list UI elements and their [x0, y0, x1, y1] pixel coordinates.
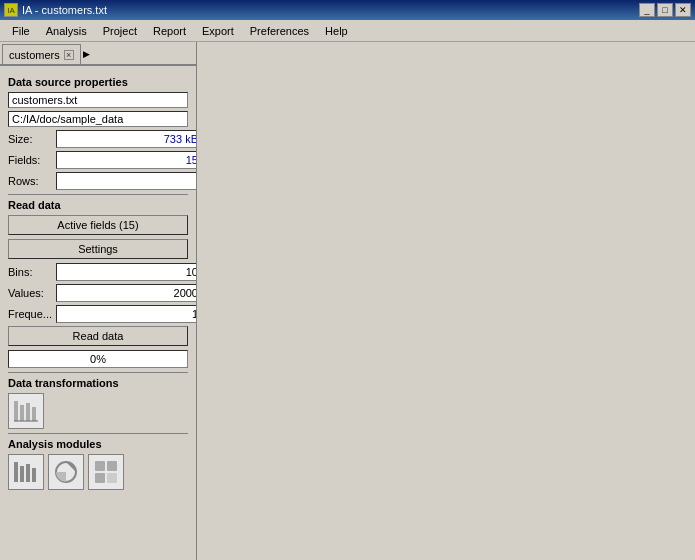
menu-export[interactable]: Export [194, 23, 242, 39]
menu-analysis[interactable]: Analysis [38, 23, 95, 39]
transform-thumb-1[interactable] [8, 393, 44, 429]
tab-bar: customers × ▶ [0, 42, 196, 66]
read-data-section-title: Read data [8, 199, 188, 211]
data-source-section-title: Data source properties [8, 76, 188, 88]
size-label: Size: [8, 133, 56, 145]
window-controls: _ □ ✕ [639, 3, 691, 17]
minimize-button[interactable]: _ [639, 3, 655, 17]
menu-bar: File Analysis Project Report Export Pref… [0, 20, 695, 42]
divider-2 [8, 372, 188, 373]
left-panel: customers × ▶ Data source properties cus… [0, 42, 197, 560]
size-value [56, 130, 196, 148]
divider-1 [8, 194, 188, 195]
maximize-button[interactable]: □ [657, 3, 673, 17]
close-button[interactable]: ✕ [675, 3, 691, 17]
values-row: Values: [8, 284, 188, 302]
fields-value [56, 151, 196, 169]
svg-rect-11 [107, 461, 117, 471]
data-transformations-title: Data transformations [8, 377, 188, 389]
rows-label: Rows: [8, 175, 56, 187]
menu-help[interactable]: Help [317, 23, 356, 39]
path-display: C:/IA/doc/sample_data [8, 111, 188, 127]
window-title: IA - customers.txt [22, 4, 107, 16]
read-data-button[interactable]: Read data [8, 326, 188, 346]
bins-input[interactable] [56, 263, 196, 281]
tab-close-button[interactable]: × [64, 50, 74, 60]
settings-button[interactable]: Settings [8, 239, 188, 259]
menu-report[interactable]: Report [145, 23, 194, 39]
panel-content: Data source properties customers.txt C:/… [0, 66, 196, 560]
bins-label: Bins: [8, 266, 56, 278]
bins-row: Bins: [8, 263, 188, 281]
svg-rect-12 [95, 473, 105, 483]
progress-label: 0% [90, 353, 106, 365]
freq-row: Freque... [8, 305, 188, 323]
analysis-modules-title: Analysis modules [8, 438, 188, 450]
rows-value [56, 172, 196, 190]
svg-rect-13 [107, 473, 117, 483]
freq-input[interactable] [56, 305, 196, 323]
tab-arrow[interactable]: ▶ [83, 49, 90, 59]
svg-rect-10 [95, 461, 105, 471]
size-row: Size: [8, 130, 188, 148]
rows-row: Rows: [8, 172, 188, 190]
svg-rect-2 [26, 403, 30, 421]
data-transform-thumbs [8, 393, 188, 429]
freq-label: Freque... [8, 308, 56, 320]
app-icon: IA [4, 3, 18, 17]
svg-rect-7 [26, 464, 30, 482]
values-input[interactable] [56, 284, 196, 302]
tab-customers[interactable]: customers × [2, 44, 81, 64]
analysis-module-thumbs [8, 454, 188, 490]
values-label: Values: [8, 287, 56, 299]
right-panel [197, 42, 695, 560]
svg-rect-6 [20, 466, 24, 482]
progress-bar: 0% [8, 350, 188, 368]
divider-3 [8, 433, 188, 434]
fields-label: Fields: [8, 154, 56, 166]
tab-customers-label: customers [9, 49, 60, 61]
svg-rect-3 [32, 407, 36, 421]
menu-project[interactable]: Project [95, 23, 145, 39]
module-thumb-1[interactable] [8, 454, 44, 490]
menu-file[interactable]: File [4, 23, 38, 39]
svg-rect-8 [32, 468, 36, 482]
filename-display: customers.txt [8, 92, 188, 108]
svg-rect-5 [14, 462, 18, 482]
title-bar: IA IA - customers.txt _ □ ✕ [0, 0, 695, 20]
fields-row: Fields: [8, 151, 188, 169]
active-fields-button[interactable]: Active fields (15) [8, 215, 188, 235]
svg-rect-0 [14, 401, 18, 421]
module-thumb-3[interactable] [88, 454, 124, 490]
svg-rect-1 [20, 405, 24, 421]
menu-preferences[interactable]: Preferences [242, 23, 317, 39]
main-container: customers × ▶ Data source properties cus… [0, 42, 695, 560]
module-thumb-2[interactable] [48, 454, 84, 490]
